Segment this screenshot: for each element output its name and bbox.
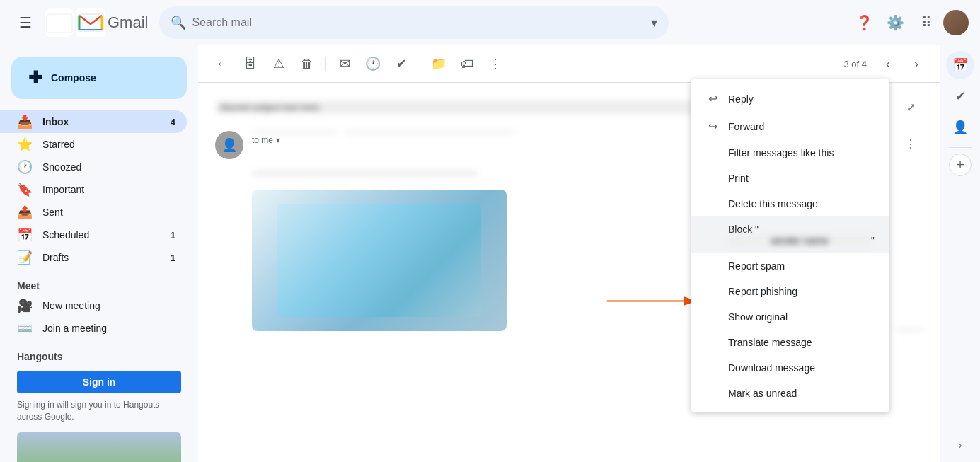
context-menu-report-phishing[interactable]: Report phishing (691, 279, 889, 304)
svg-rect-1 (47, 14, 72, 33)
sidebar-item-label: Drafts (42, 252, 159, 263)
sidebar-item-starred[interactable]: ⭐ Starred (0, 133, 187, 156)
gmail-logo-svg: Gmail (76, 8, 148, 37)
tasks-icon: ✔ (955, 88, 966, 104)
sidebar-item-inbox[interactable]: 📥 Inbox 4 (0, 110, 187, 133)
sidebar-item-join-meeting[interactable]: ⌨️ Join a meeting (0, 317, 198, 340)
assign-button[interactable]: ✔ (388, 51, 414, 76)
important-icon: 🔖 (17, 182, 31, 197)
sidebar-item-label: Starred (42, 139, 175, 150)
context-menu-phishing-label: Report phishing (728, 286, 875, 297)
toolbar-right: 3 of 4 ‹ › (838, 51, 929, 76)
context-menu-delete[interactable]: Delete this message (691, 191, 889, 216)
sidebar-item-important[interactable]: 🔖 Important (0, 178, 187, 201)
sender-email-blurred (345, 131, 515, 134)
hangouts-signin-button[interactable]: Sign in (17, 371, 181, 393)
context-menu-block[interactable]: Block "sender name" (691, 216, 889, 253)
context-menu-delete-label: Delete this message (728, 198, 875, 209)
archive-button[interactable]: 🗄 (238, 51, 263, 76)
context-menu-filter[interactable]: Filter messages like this (691, 140, 889, 166)
move-button[interactable]: 📁 (426, 51, 451, 76)
sidebar-item-scheduled[interactable]: 📅 Scheduled 1 (0, 224, 187, 246)
report-spam-button[interactable]: ⚠ (266, 51, 292, 76)
pagination-text: 3 of 4 (843, 59, 867, 69)
search-dropdown-icon[interactable]: ▾ (651, 15, 657, 30)
sender-name-row (252, 131, 708, 134)
more-toolbar-button[interactable]: ⋮ (483, 51, 508, 76)
apps-button[interactable]: ⠿ (912, 8, 940, 37)
sidebar-item-sent[interactable]: 📤 Sent (0, 201, 187, 224)
calendar-panel-button[interactable]: 📅 (946, 51, 974, 79)
expand-panel-button[interactable]: › (953, 434, 968, 456)
context-menu-download-label: Download message (728, 362, 875, 374)
toolbar-separator-1 (325, 57, 326, 71)
to-me-chevron: ▾ (276, 135, 280, 145)
block-sender-blurred: sender name (728, 235, 871, 246)
sidebar-item-label: Inbox (42, 116, 159, 127)
people-panel-button[interactable]: 👤 (946, 113, 974, 142)
sender-avatar: 👤 (215, 131, 243, 159)
context-menu-print[interactable]: Print (691, 166, 889, 191)
user-avatar[interactable] (943, 10, 969, 35)
hangouts-label: Hangouts (17, 351, 181, 362)
sender-info: to me ▾ (252, 131, 708, 145)
compose-button[interactable]: ✚ Compose (11, 57, 187, 99)
search-bar: 🔍 ▾ (159, 6, 669, 39)
hamburger-button[interactable]: ☰ (11, 8, 40, 37)
sidebar-item-drafts[interactable]: 📝 Drafts 1 (0, 246, 187, 269)
context-menu-report-spam[interactable]: Report spam (691, 253, 889, 279)
tasks-panel-button[interactable]: ✔ (946, 82, 974, 110)
email-body-subject-blurred (252, 171, 478, 176)
new-meeting-label: New meeting (42, 300, 100, 311)
hangouts-background: 👤 💬 📞 (17, 432, 181, 462)
settings-button[interactable]: ⚙️ (881, 8, 909, 37)
label-button[interactable]: 🏷 (454, 51, 480, 76)
context-menu-translate[interactable]: Translate message (691, 330, 889, 355)
context-menu-mark-unread[interactable]: Mark as unread (691, 381, 889, 406)
delete-button[interactable]: 🗑 (294, 51, 320, 76)
context-menu-filter-label: Filter messages like this (728, 147, 875, 158)
open-in-new-button[interactable]: ⤢ (898, 94, 923, 120)
toolbar-separator-2 (420, 57, 420, 71)
add-addon-button[interactable]: + (949, 154, 972, 176)
search-input[interactable] (192, 16, 645, 29)
context-menu-forward[interactable]: ↪ Forward (691, 112, 889, 140)
context-menu-spam-label: Report spam (728, 260, 875, 272)
snooze-button[interactable]: 🕐 (360, 51, 386, 76)
mark-unread-button[interactable]: ✉ (332, 51, 357, 76)
sidebar: ✚ Compose 📥 Inbox 4 ⭐ Starred 🕐 Snoozed … (0, 45, 198, 462)
sender-avatar-initial: 👤 (221, 137, 237, 153)
compose-plus-icon: ✚ (28, 68, 42, 88)
sidebar-item-label: Important (42, 184, 175, 195)
context-menu-show-original[interactable]: Show original (691, 304, 889, 330)
meet-section-label: Meet (0, 269, 198, 294)
back-button[interactable]: ← (209, 51, 235, 76)
context-menu-original-label: Show original (728, 311, 875, 323)
topbar-right: ❓ ⚙️ ⠿ (850, 8, 969, 37)
gmail-text: Gmail (108, 13, 148, 32)
new-meeting-icon: 🎥 (17, 298, 31, 313)
search-icon: 🔍 (171, 15, 186, 30)
sidebar-item-new-meeting[interactable]: 🎥 New meeting (0, 294, 198, 317)
email-toolbar: ← 🗄 ⚠ 🗑 ✉ 🕐 ✔ 📁 🏷 ⋮ 3 of 4 ‹ › (198, 45, 940, 83)
sidebar-item-snoozed[interactable]: 🕐 Snoozed (0, 156, 187, 178)
sidebar-item-label: Sent (42, 207, 175, 218)
email-area: ← 🗄 ⚠ 🗑 ✉ 🕐 ✔ 📁 🏷 ⋮ 3 of 4 ‹ › blurred s… (198, 45, 940, 462)
to-me-label: to me (252, 135, 273, 145)
sent-icon: 📤 (17, 204, 31, 220)
scheduled-icon: 📅 (17, 227, 31, 243)
to-me-row[interactable]: to me ▾ (252, 135, 708, 145)
context-menu-reply[interactable]: ↩ Reply (691, 85, 889, 112)
context-menu-download[interactable]: Download message (691, 355, 889, 381)
context-menu-reply-label: Reply (728, 93, 875, 105)
snoozed-icon: 🕐 (17, 159, 31, 175)
drafts-icon: 📝 (17, 250, 31, 265)
next-email-button[interactable]: › (904, 51, 929, 76)
help-button[interactable]: ❓ (850, 8, 878, 37)
sidebar-item-label: Snoozed (42, 161, 175, 173)
reply-icon: ↩ (705, 92, 720, 105)
more-email-button[interactable]: ⋮ (898, 131, 923, 156)
prev-email-button[interactable]: ‹ (875, 51, 901, 76)
hangouts-description: Signing in will sign you in to Hangouts … (17, 399, 181, 423)
starred-icon: ⭐ (17, 137, 31, 152)
